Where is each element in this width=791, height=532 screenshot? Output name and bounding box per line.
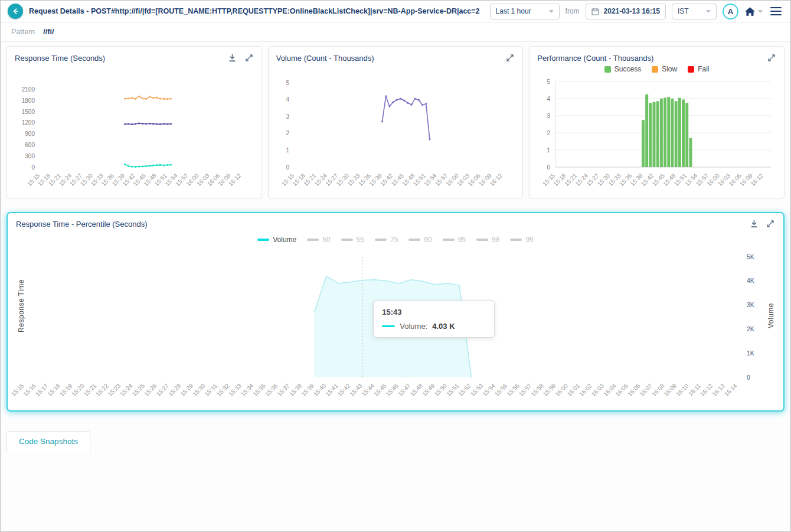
svg-text:16:08: 16:08 [651,382,666,397]
svg-text:15:58: 15:58 [529,382,545,397]
download-icon[interactable] [749,219,759,229]
svg-text:5: 5 [547,79,551,85]
performance-chart[interactable]: 01234515:1515:1815:2115:2415:2715:3015:3… [529,76,784,198]
svg-text:15:16: 15:16 [22,382,37,397]
svg-text:16:13: 16:13 [711,382,726,397]
legend-item-98[interactable]: 98 [476,236,499,244]
svg-text:15:33: 15:33 [227,382,243,397]
legend-item-75[interactable]: 75 [375,236,398,244]
svg-text:3K: 3K [747,301,754,308]
tab-row: Code Snapshots [6,431,785,453]
svg-text:15:31: 15:31 [204,382,219,397]
svg-text:15:51: 15:51 [445,382,460,397]
svg-text:15:38: 15:38 [288,382,303,397]
expand-icon[interactable] [244,53,254,63]
legend-label: 98 [492,236,499,244]
svg-text:5K: 5K [747,253,754,260]
svg-text:15:30: 15:30 [191,382,207,397]
pattern-value: //fi/ [43,28,54,36]
svg-text:15:18: 15:18 [46,382,61,397]
svg-text:16:12: 16:12 [227,172,243,187]
svg-text:15:19: 15:19 [58,382,74,397]
svg-text:0: 0 [547,164,551,171]
svg-text:16:01: 16:01 [566,382,581,397]
svg-text:16:14: 16:14 [723,382,738,397]
svg-text:1: 1 [286,147,289,154]
legend-item-50[interactable]: 50 [307,236,330,244]
card-title: Performance (Count - Thousands) [537,54,653,63]
svg-text:15:55: 15:55 [493,382,509,397]
card-header: Response Time (Seconds) [7,47,262,63]
topbar-controls: Last 1 hour from 2021-03-13 16:15 IST A [490,4,783,19]
svg-text:16:02: 16:02 [578,382,593,397]
svg-text:5: 5 [286,80,289,86]
svg-text:600: 600 [25,142,35,148]
svg-text:16:12: 16:12 [699,382,714,397]
volume-chart[interactable]: 01234515:1515:1815:2115:2415:2715:3015:3… [269,63,523,198]
svg-text:0: 0 [286,164,289,171]
card-title: Response Time - Percentile (Seconds) [16,220,148,229]
volume-card: Volume (Count - Thousands) 01234515:1515… [268,46,524,198]
legend-item-55[interactable]: 55 [341,236,364,244]
svg-text:16:07: 16:07 [639,382,654,397]
legend-item-fail[interactable]: Fail [688,65,709,73]
main-content: Response Time (Seconds) 0300600900120015… [1,42,790,532]
legend-swatch [652,66,658,73]
arrow-left-icon [11,7,19,15]
tooltip-series-label: Volume: [400,322,427,331]
expand-icon[interactable] [766,219,775,229]
menu-icon[interactable] [769,5,783,18]
datetime-picker[interactable]: 2021-03-13 16:15 [586,4,666,19]
svg-text:1200: 1200 [22,119,35,126]
page-title: Request Details - POST#http://fi/|fd=[RO… [29,7,480,15]
svg-text:15:52: 15:52 [457,382,472,397]
svg-text:4: 4 [547,96,551,102]
svg-text:15:26: 15:26 [143,382,158,397]
legend-swatch [257,239,269,241]
timezone-value: IST [678,7,689,15]
pattern-label: Pattern [11,28,35,36]
legend-item-90[interactable]: 90 [408,236,432,244]
legend-item-99[interactable]: 99 [510,236,533,244]
svg-text:16:12: 16:12 [750,172,765,187]
legend-swatch [688,66,694,73]
time-range-select[interactable]: Last 1 hour [490,4,560,19]
svg-text:16:04: 16:04 [602,382,617,397]
tooltip-value: 4.03 K [432,322,455,331]
svg-text:15:25: 15:25 [131,382,146,397]
legend-label: 75 [390,236,398,244]
charts-row: Response Time (Seconds) 0300600900120015… [6,46,785,198]
legend-item-95[interactable]: 95 [443,236,466,244]
download-icon[interactable] [228,53,237,63]
card-header: Response Time - Percentile (Seconds) [8,213,783,229]
tab-code-snapshots[interactable]: Code Snapshots [6,431,90,453]
svg-text:300: 300 [25,153,35,159]
svg-text:15:53: 15:53 [469,382,485,397]
response-time-chart[interactable]: 0300600900120015001800210015:1515:1815:2… [7,63,262,198]
card-title: Response Time (Seconds) [15,54,105,63]
expand-icon[interactable] [505,53,515,63]
legend-swatch [408,239,420,241]
svg-text:16:09: 16:09 [663,382,678,397]
avatar[interactable]: A [723,4,738,19]
svg-text:0: 0 [747,374,750,381]
percentile-legend: Volume50557590959899 [8,233,783,246]
back-button[interactable] [8,4,23,19]
card-header: Volume (Count - Thousands) [269,47,523,63]
svg-text:2100: 2100 [22,86,35,93]
svg-text:1K: 1K [747,350,754,357]
legend-label: Volume [273,236,296,244]
svg-text:1800: 1800 [22,97,35,104]
home-menu[interactable] [744,6,763,17]
timezone-select[interactable]: IST [672,4,717,19]
svg-text:15:21: 15:21 [83,382,98,397]
svg-text:15:40: 15:40 [312,382,328,397]
expand-icon[interactable] [767,53,776,63]
svg-text:15:44: 15:44 [361,382,376,397]
legend-item-success[interactable]: Success [604,65,641,73]
legend-item-volume[interactable]: Volume [257,236,296,244]
tooltip-series-swatch [382,325,395,327]
legend-item-slow[interactable]: Slow [652,65,677,73]
svg-text:16:00: 16:00 [554,382,569,397]
svg-text:16:10: 16:10 [675,382,690,397]
